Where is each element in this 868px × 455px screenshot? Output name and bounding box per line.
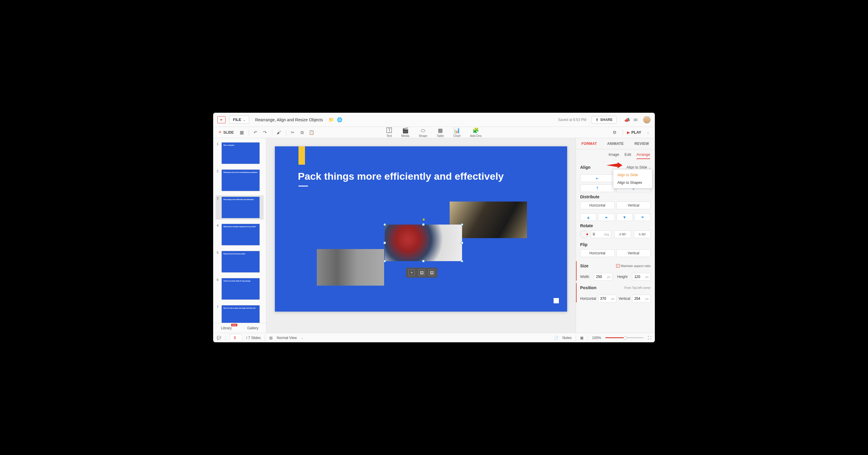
bring-to-front-button[interactable]: ⏶ [598,213,614,221]
app-logo-button[interactable] [217,116,225,123]
insert-shape-button[interactable]: ⬭ Shape [418,127,427,137]
grid-icon[interactable]: ▦ [580,336,583,340]
align-top-button[interactable]: ⤒ [580,185,615,192]
user-avatar[interactable] [643,116,651,124]
height-field[interactable] [634,275,644,279]
current-slide-input[interactable] [230,334,242,342]
width-input[interactable]: px [594,273,613,281]
rotate-ccw-button[interactable]: ↺90º [614,230,631,238]
slide-image-clothes[interactable] [317,249,384,286]
bring-forward-button[interactable]: ▲ [580,213,596,221]
slide-thumb-3[interactable]: 3 Pack things more efficiently and effec… [216,195,264,220]
align-option-slide[interactable]: Align to Slide [613,171,652,179]
pos-v-input[interactable]: px [632,295,651,302]
megaphone-icon[interactable]: 📣 [624,117,629,123]
fit-to-screen-icon[interactable]: ⛶ [648,336,651,340]
globe-icon[interactable]: 🌐 [337,117,342,123]
align-to-dropdown[interactable]: Align to Slide [626,165,651,169]
comments-icon[interactable]: 💬 [217,336,221,340]
document-title[interactable]: Rearrange, Align and Resize Objects [255,118,323,122]
slide-headline[interactable]: Pack things more efficiently and effecti… [298,170,504,182]
undo-button[interactable]: ↶ [252,129,259,136]
width-field[interactable] [596,275,606,279]
notes-label[interactable]: Notes [562,336,571,340]
send-backward-button[interactable]: ▼ [616,213,633,221]
chevron-down-icon[interactable] [301,336,303,340]
notes-icon[interactable]: 📄 [554,336,558,340]
rotate-cw-button[interactable]: ↻90º [634,230,651,238]
align-left-button[interactable]: ⇤ [580,174,615,182]
height-input[interactable]: px [632,273,651,281]
insert-media-button[interactable]: 🎬 Media [401,127,409,137]
pos-v-field[interactable] [634,297,644,301]
insert-text-button[interactable]: 🅃 Text [386,127,392,137]
layout-icon[interactable]: ▦ [238,129,246,136]
cut-button[interactable]: ✂ [289,129,297,136]
tab-review[interactable]: REVIEW [628,138,655,149]
file-menu-button[interactable]: FILE [229,116,249,124]
subtab-image[interactable]: Image [609,152,619,159]
align-option-shapes[interactable]: Align to Shapes [613,179,652,187]
paste-button[interactable]: 📋 [308,129,316,136]
zoom-slider[interactable] [605,337,644,338]
insert-chart-button[interactable]: 📊 Chart [453,127,460,137]
aspect-ratio-checkbox[interactable]: ✓ Maintain aspect ratio [616,264,651,268]
rotate-value-field[interactable] [593,232,603,236]
subtab-arrange[interactable]: Arrange [637,152,650,159]
tab-library[interactable]: Library New [213,323,240,333]
settings-gear-icon[interactable]: ⚙ [611,129,619,136]
tab-animate[interactable]: ANIMATE [602,138,628,149]
view-mode-label[interactable]: Normal View [277,336,297,340]
copy-button[interactable]: ⧉ [299,129,306,136]
slide-thumb-1[interactable]: 1 Plan a Vacation [216,141,264,165]
canvas-area[interactable]: Pack things more efficiently and effecti… [266,138,576,333]
add-slide-button[interactable]: + SLIDE [216,128,236,137]
current-slide-field[interactable] [232,336,238,340]
folder-icon[interactable]: 📁 [329,117,334,123]
slide-thumb-5[interactable]: 5 Buying Travel Insurance policy [216,250,264,274]
thumbnail-list[interactable]: 1 Plan a Vacation 2 Planning a trip can … [213,138,266,323]
tab-gallery[interactable]: Gallery [240,323,266,333]
insert-table-button[interactable]: ▦ Table [437,127,444,137]
resize-handle-bc[interactable] [422,260,425,262]
tab-format[interactable]: FORMAT [576,138,602,149]
slide-thumb-7[interactable]: 7 Now it's time to pack your bags and ha… [216,304,264,323]
mail-icon[interactable]: ✉ [633,117,639,123]
ribbon-right: ⚙ ▶ PLAY [611,129,652,136]
top-right-icons: 📣 ✉ [624,116,651,124]
resize-handle-br[interactable] [461,260,463,262]
pos-h-input[interactable]: px [598,295,617,302]
flip-vertical-button[interactable]: Vertical [616,249,651,257]
distribute-horizontal-button[interactable]: Horizontal [580,201,615,209]
share-button[interactable]: ⇪ SHARE [592,116,616,124]
addons-button[interactable]: 🧩 Add-Ons [470,127,482,137]
resize-handle-bl[interactable] [383,260,386,262]
slide-thumb-4[interactable]: 4 What kind of vacation experience do yo… [216,223,264,247]
pos-h-field[interactable] [600,297,610,301]
slide-thumb-6[interactable]: 6 Check out online deals for big savings [216,277,264,301]
resize-handle-tl[interactable] [383,223,386,226]
rotate-handle[interactable] [423,218,425,221]
image-options-button[interactable]: 🖼 [428,269,435,276]
send-to-back-button[interactable]: ⏷ [634,213,651,221]
resize-handle-mr[interactable] [461,242,463,244]
slide-image-pills-selected[interactable] [385,225,462,261]
rotate-input[interactable]: deg [591,230,611,238]
format-painter-button[interactable]: 🖌 [275,129,283,136]
resize-handle-tr[interactable] [461,223,463,226]
slide-thumb-2[interactable]: 2 Planning a trip can be overwhelming so… [216,168,264,192]
crop-button[interactable]: ⌖ [408,269,415,276]
play-button[interactable]: ▶ PLAY [627,130,641,135]
replace-image-button[interactable]: 🖼 [418,269,425,276]
distribute-vertical-button[interactable]: Vertical [616,201,651,209]
slide-canvas[interactable]: Pack things more efficiently and effecti… [275,147,567,312]
flip-horizontal-button[interactable]: Horizontal [580,249,615,257]
redo-button[interactable]: ↷ [261,129,269,136]
resize-handle-tc[interactable] [422,223,425,226]
play-dropdown[interactable] [644,129,652,136]
subtab-edit[interactable]: Edit [624,152,631,159]
view-mode-icon[interactable]: ▤ [269,336,273,340]
ribbon: + SLIDE ▦ ↶ ↷ 🖌 ✂ ⧉ 📋 🅃 Text 🎬 Media ⬭ S… [213,127,655,138]
resize-handle-ml[interactable] [383,242,386,244]
rotate-knob[interactable] [580,230,588,238]
